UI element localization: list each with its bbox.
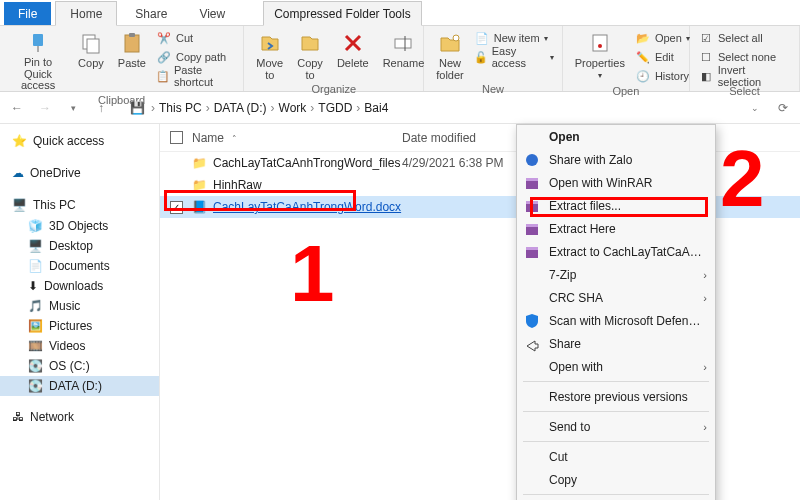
open-button[interactable]: 📂Open ▾ (635, 29, 690, 47)
breadcrumb-dropdown[interactable]: ⌄ (744, 97, 766, 119)
cut-button[interactable]: ✂️Cut (156, 29, 235, 47)
tab-share[interactable]: Share (121, 2, 181, 25)
tree-data-d[interactable]: 💽DATA (D:) (0, 376, 159, 396)
menu-item-label: Open with (549, 360, 695, 374)
svg-point-6 (453, 35, 459, 41)
tab-compressed-tools[interactable]: Compressed Folder Tools (263, 1, 422, 26)
copy-to-icon (298, 31, 322, 55)
tree-documents[interactable]: 📄Documents (0, 256, 159, 276)
copy-to-button[interactable]: Copy to (293, 29, 327, 83)
select-all-checkbox[interactable] (170, 131, 183, 144)
onedrive-icon: ☁ (12, 166, 24, 180)
select-all-button[interactable]: ☑Select all (698, 29, 791, 47)
copy-button[interactable]: Copy (74, 29, 108, 71)
back-button[interactable]: ← (6, 97, 28, 119)
star-icon: ⭐ (12, 134, 27, 148)
tree-network[interactable]: 🖧Network (0, 406, 159, 428)
menu-item[interactable]: Extract Here (517, 217, 715, 240)
menu-item[interactable]: Scan with Microsoft Defender... (517, 309, 715, 332)
recent-locations-button[interactable]: ▾ (62, 97, 84, 119)
select-all-icon: ☑ (698, 30, 714, 46)
tree-onedrive[interactable]: ☁OneDrive (0, 162, 159, 184)
tree-desktop[interactable]: 🖥️Desktop (0, 236, 159, 256)
paste-button[interactable]: Paste (114, 29, 150, 71)
refresh-button[interactable]: ⟳ (772, 97, 794, 119)
col-date[interactable]: Date modified (402, 131, 532, 145)
folder-icon: 🖼️ (28, 319, 43, 333)
svg-rect-11 (526, 178, 538, 181)
menu-item[interactable]: 7-Zip› (517, 263, 715, 286)
share-icon (523, 335, 541, 353)
context-menu: OpenShare with ZaloOpen with WinRARExtra… (516, 124, 716, 500)
rename-button[interactable]: Rename (379, 29, 429, 71)
rar-icon (523, 243, 541, 261)
blank-icon (523, 448, 541, 466)
menu-item[interactable]: Open with› (517, 355, 715, 378)
menu-item[interactable]: CRC SHA› (517, 286, 715, 309)
rename-icon (391, 31, 415, 55)
pin-icon (26, 31, 50, 55)
edit-icon: ✏️ (635, 49, 651, 65)
tab-home[interactable]: Home (55, 1, 117, 26)
shield-icon (523, 312, 541, 330)
properties-icon (588, 31, 612, 55)
nav-tree[interactable]: ⭐Quick access ☁OneDrive 🖥️This PC 🧊3D Ob… (0, 124, 160, 500)
tree-this-pc[interactable]: 🖥️This PC (0, 194, 159, 216)
tree-quick-access[interactable]: ⭐Quick access (0, 130, 159, 152)
tab-view[interactable]: View (185, 2, 239, 25)
tree-videos[interactable]: 🎞️Videos (0, 336, 159, 356)
tab-file[interactable]: File (4, 2, 51, 25)
menu-item[interactable]: Cut (517, 445, 715, 468)
row-checkbox[interactable] (170, 201, 183, 214)
menu-item-label: Copy (549, 473, 707, 487)
move-to-button[interactable]: Move to (252, 29, 287, 83)
menu-item[interactable]: Copy (517, 468, 715, 491)
forward-button[interactable]: → (34, 97, 56, 119)
paste-shortcut-button[interactable]: 📋Paste shortcut (156, 67, 235, 85)
group-label-open: Open (571, 85, 681, 100)
tree-os-c[interactable]: 💽OS (C:) (0, 356, 159, 376)
pc-icon: 🖥️ (12, 198, 27, 212)
up-button[interactable]: ↑ (90, 97, 112, 119)
menu-item[interactable]: Send to› (517, 415, 715, 438)
history-button[interactable]: 🕘History (635, 67, 690, 85)
breadcrumb[interactable]: ›This PC ›DATA (D:) ›Work ›TGDD ›Bai4 (151, 101, 738, 115)
invert-selection-button[interactable]: ◧Invert selection (698, 67, 791, 85)
menu-item[interactable]: Open with WinRAR (517, 171, 715, 194)
new-folder-button[interactable]: New folder (432, 29, 468, 83)
menu-item-label: 7-Zip (549, 268, 695, 282)
rar-icon (523, 174, 541, 192)
pin-to-quick-access-button[interactable]: Pin to Quick access (8, 29, 68, 94)
svg-rect-3 (125, 35, 139, 52)
menu-item[interactable]: Share with Zalo (517, 148, 715, 171)
menu-item[interactable]: Restore previous versions (517, 385, 715, 408)
tree-music[interactable]: 🎵Music (0, 296, 159, 316)
menu-item-label: CRC SHA (549, 291, 695, 305)
menu-item[interactable]: Share (517, 332, 715, 355)
tree-downloads[interactable]: ⬇Downloads (0, 276, 159, 296)
easy-access-icon: 🔓 (474, 49, 488, 65)
submenu-arrow-icon: › (703, 292, 707, 304)
menu-item[interactable]: Open (517, 125, 715, 148)
col-name[interactable]: Name˄ (192, 131, 402, 145)
menu-item-label: Send to (549, 420, 695, 434)
menu-item[interactable]: Extract files... (517, 194, 715, 217)
tree-pictures[interactable]: 🖼️Pictures (0, 316, 159, 336)
menu-item-label: Scan with Microsoft Defender... (549, 314, 707, 328)
folder-icon: 🧊 (28, 219, 43, 233)
edit-button[interactable]: ✏️Edit (635, 48, 690, 66)
easy-access-button[interactable]: 🔓Easy access ▾ (474, 48, 554, 66)
properties-button[interactable]: Properties▾ (571, 29, 629, 82)
folder-icon: 📁 (192, 178, 207, 192)
delete-button[interactable]: Delete (333, 29, 373, 71)
tree-3d-objects[interactable]: 🧊3D Objects (0, 216, 159, 236)
menu-item-label: Share (549, 337, 707, 351)
menu-item-label: Share with Zalo (549, 153, 707, 167)
blank-icon (523, 289, 541, 307)
folder-icon: 🖥️ (28, 239, 43, 253)
svg-rect-7 (593, 35, 607, 51)
blank-icon (523, 388, 541, 406)
annotation-number-1: 1 (290, 234, 335, 314)
copy-path-icon: 🔗 (156, 49, 172, 65)
menu-item[interactable]: Extract to CachLayTatCaAnhTrongWord.docx… (517, 240, 715, 263)
